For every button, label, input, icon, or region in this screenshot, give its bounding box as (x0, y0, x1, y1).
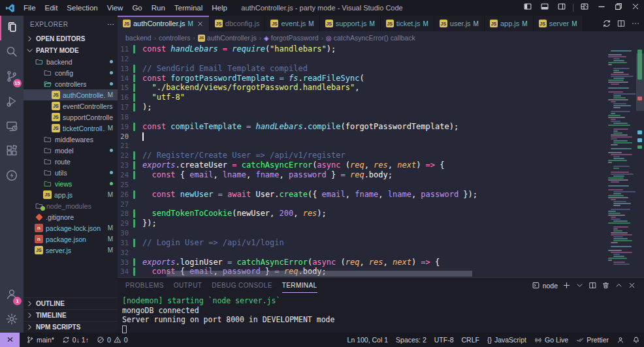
notifications-bell-icon[interactable] (628, 333, 644, 347)
code-line[interactable]: 19const compileTemplate = handLebars.com… (118, 122, 644, 132)
code-line[interactable]: 15 "./backend/views/forgotPassword.handl… (118, 83, 644, 93)
editor-tab-dbconfig-js[interactable]: JSdbconfig.js (210, 16, 266, 31)
tree-item-route[interactable]: route (24, 156, 118, 167)
tree-item-views[interactable]: views (24, 178, 118, 189)
explorer-more-actions-icon[interactable] (106, 20, 115, 29)
code-line[interactable]: 22// Register/Create User => /api/v1/reg… (118, 151, 644, 160)
code-line[interactable]: 29}); (118, 219, 644, 228)
close-button[interactable] (627, 0, 644, 16)
tree-item-backend[interactable]: backend (24, 56, 118, 67)
sync-changes-item[interactable]: 0↓ 1↑ (58, 333, 93, 347)
outline-section[interactable]: OUTLINE (24, 297, 118, 309)
split-editor-icon[interactable] (617, 19, 626, 28)
go-live-item[interactable]: Go Live (530, 333, 572, 347)
tree-item-server-js[interactable]: JSserver.jsM (24, 245, 118, 256)
editor-tab-app-js[interactable]: JSapp.jsM (485, 16, 534, 31)
code-line[interactable]: 31// Login User => /api/v1/login (118, 238, 644, 248)
editor-tab-event-js[interactable]: JSevent.jsM (265, 16, 319, 31)
code-line[interactable]: 21 (118, 141, 644, 151)
editor-tab-authcontroller-js[interactable]: JSauthController.jsM (118, 16, 210, 31)
git-branch-item[interactable]: main* (22, 333, 58, 347)
activitybar-source-control[interactable]: 15 (0, 65, 24, 90)
panel-tab-output[interactable]: OUTPUT (174, 278, 202, 293)
horizontal-scrollbar[interactable] (167, 271, 472, 277)
code-line[interactable]: 18 (118, 112, 644, 122)
code-line[interactable]: 30 (118, 228, 644, 238)
minimize-button[interactable] (593, 0, 610, 16)
restore-button[interactable] (610, 0, 627, 16)
tree-item-package-json[interactable]: npackage.jsonM (24, 234, 118, 245)
maximize-panel-icon[interactable] (615, 281, 623, 290)
close-panel-icon[interactable] (628, 281, 636, 290)
tree-item-model[interactable]: model (24, 145, 118, 156)
project-root-section[interactable]: PARTY MODE (24, 44, 118, 56)
terminal-dropdown-icon[interactable] (575, 281, 584, 290)
code-line[interactable]: 13// SendGrid Email Template compiled (118, 64, 644, 74)
terminal-instance[interactable]: node (532, 281, 558, 290)
code-line[interactable]: 17); (118, 102, 644, 112)
code-line[interactable]: 20 (118, 132, 644, 142)
customize-layout-button[interactable] (576, 0, 593, 16)
tree-item-app-js[interactable]: JSapp.jsM (24, 189, 118, 200)
code-line[interactable]: 14const forgotPasswordTemplate = fs.read… (118, 74, 644, 83)
code-line[interactable]: 26 const newUser = await User.create({ e… (118, 190, 644, 200)
activitybar-accounts[interactable]: 1 (0, 283, 24, 308)
activitybar-search[interactable] (0, 40, 24, 65)
code-line[interactable]: 12 (118, 54, 644, 64)
encoding-item[interactable]: UTF-8 (430, 333, 458, 347)
code-editor[interactable]: 11const handLebars = require("handlebars… (118, 44, 644, 277)
code-line[interactable]: 25 (118, 180, 644, 190)
activitybar-settings[interactable] (0, 308, 24, 333)
activitybar-run-and-debug[interactable] (0, 90, 24, 115)
menu-item-terminal[interactable]: Terminal (170, 0, 207, 16)
timeline-section[interactable]: TIMELINE (24, 309, 118, 321)
editor-tab-ticket-js[interactable]: JSticket.jsM (381, 16, 434, 31)
activitybar-explorer[interactable] (0, 16, 24, 40)
menu-item-help[interactable]: Help (207, 0, 232, 16)
menu-item-file[interactable]: File (19, 0, 40, 16)
prettier-item[interactable]: Prettier (572, 333, 613, 347)
remote-indicator[interactable] (0, 333, 20, 347)
tree-item-supportcontroller-js[interactable]: JSsupportController.js (24, 112, 118, 123)
open-changes-icon[interactable] (602, 19, 611, 28)
code-line[interactable]: 16 "utf-8" (118, 93, 644, 102)
toggle-primary-sidebar-button[interactable] (519, 0, 536, 16)
language-mode-item[interactable]: {} JavaScript (483, 333, 530, 347)
kill-terminal-icon[interactable] (602, 281, 610, 290)
code-line[interactable]: 11const handLebars = require("handlebars… (118, 44, 644, 54)
menu-item-run[interactable]: Run (147, 0, 170, 16)
npm-scripts-section[interactable]: NPM SCRIPTS (24, 321, 118, 333)
code-line[interactable]: 28 sendTokenToCookie(newUser, 200, res); (118, 209, 644, 219)
toggle-secondary-sidebar-button[interactable] (553, 0, 570, 16)
cursor-position-item[interactable]: Ln 100, Col 1 (344, 333, 392, 347)
breadcrumb-item[interactable]: backend (125, 34, 152, 42)
feedback-icon[interactable] (613, 333, 628, 347)
code-line[interactable]: 27 (118, 200, 644, 209)
breadcrumb-item[interactable]: ◎catchAsyncError() callback (326, 34, 415, 42)
eol-item[interactable]: CRLF (458, 333, 483, 347)
editor-tab-user-js[interactable]: JSuser.jsM (434, 16, 485, 31)
menu-item-edit[interactable]: Edit (40, 0, 63, 16)
tree-item-middlewares[interactable]: middlewares (24, 134, 118, 145)
tree-item-config[interactable]: config (24, 67, 118, 78)
tree-item-utils[interactable]: utils (24, 167, 118, 178)
tree-item-package-lock-json[interactable]: npackage-lock.jsonM (24, 222, 118, 234)
panel-tab-terminal[interactable]: TERMINAL (282, 278, 317, 293)
activitybar-extensions[interactable] (0, 140, 24, 164)
tree-item-authcontrolle-[interactable]: JSauthControlle...M (24, 89, 118, 100)
activitybar-remote-explorer[interactable] (0, 115, 24, 140)
editor-tab-support-js[interactable]: JSsupport.jsM (320, 16, 381, 31)
tree-item-controllers[interactable]: controllers (24, 78, 118, 89)
vertical-scrollbar[interactable] (636, 53, 644, 111)
indentation-item[interactable]: Spaces: 2 (392, 333, 430, 347)
breadcrumb-item[interactable]: ◈forgotPassword (264, 34, 319, 42)
terminal-output[interactable]: [nodemon] starting `node server.js`mongo… (118, 293, 644, 334)
tree-item-ticketcontroll-[interactable]: JSticketControll...M (24, 123, 118, 134)
editor-tab-server[interactable]: JSserverM (534, 16, 583, 31)
minimap[interactable] (606, 46, 636, 271)
tree-item-eventcontrollers-js[interactable]: JSeventControllers.js (24, 100, 118, 112)
panel-tab-problems[interactable]: PROBLEMS (125, 278, 164, 293)
menu-item-view[interactable]: View (103, 0, 128, 16)
tree-item--gitignore[interactable]: .gitignore (24, 211, 118, 222)
open-editors-section[interactable]: OPEN EDITORS (24, 33, 118, 44)
